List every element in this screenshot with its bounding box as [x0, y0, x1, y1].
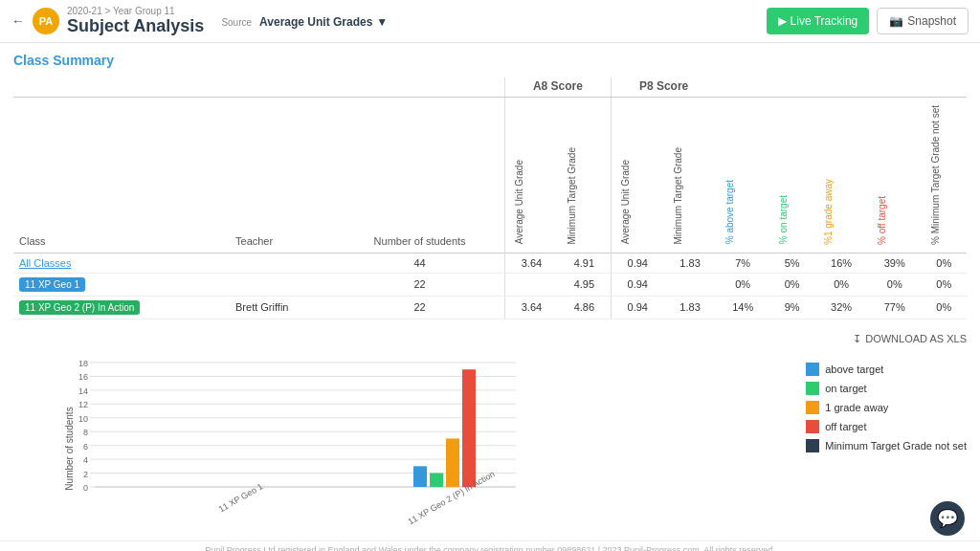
on-cell: 0%: [769, 273, 814, 296]
back-button[interactable]: ←: [11, 13, 25, 29]
class-link[interactable]: All Classes: [19, 257, 71, 269]
snapshot-icon: 📷: [889, 14, 903, 28]
svg-rect-22: [413, 466, 427, 487]
a8-min-header: Minimum Target Grade: [558, 97, 611, 253]
main-content: Class Summary A8 Score P8 Score Class Te…: [0, 43, 980, 540]
legend-label: 1 grade away: [825, 402, 888, 413]
legend-item: on target: [806, 382, 967, 395]
table-row: All Classes443.644.910.941.837%5%16%39%0…: [13, 253, 967, 273]
table-row: 11 XP Geo 2 (P) In ActionBrett Griffin22…: [13, 296, 967, 319]
a8-score-header: A8 Score: [504, 77, 611, 97]
table-body: All Classes443.644.910.941.837%5%16%39%0…: [13, 253, 967, 319]
class-tag[interactable]: 11 XP Geo 1: [19, 277, 85, 292]
p8-avg-header: Average Unit Grade: [611, 97, 663, 253]
chevron-down-icon: ▼: [376, 15, 388, 29]
teacher-cell: [230, 273, 335, 296]
chart-legend: above targeton target1 grade awayoff tar…: [806, 353, 967, 452]
live-label: Live Tracking: [791, 14, 858, 28]
svg-text:4: 4: [83, 455, 88, 465]
legend-color-box: [806, 382, 819, 395]
students-cell: 22: [335, 273, 504, 296]
students-cell: 22: [335, 296, 504, 319]
grade_away-cell: 32%: [814, 296, 868, 319]
class-tag[interactable]: 11 XP Geo 2 (P) In Action: [19, 300, 140, 315]
legend-label: on target: [825, 383, 866, 394]
snapshot-label: Snapshot: [907, 14, 956, 28]
p8_min-cell: 1.83: [664, 253, 717, 273]
grade_away-cell: 16%: [814, 253, 868, 273]
source-label: Source: [221, 17, 252, 28]
y-axis-label: Number of students: [64, 407, 75, 490]
class-cell: 11 XP Geo 2 (P) In Action: [13, 296, 230, 319]
download-button[interactable]: ↧ DOWNLOAD AS XLS: [853, 333, 967, 345]
legend-item: Minimum Target Grade not set: [806, 439, 967, 452]
legend-color-box: [806, 401, 819, 414]
class-summary-title: Class Summary: [13, 53, 967, 68]
summary-table-container: A8 Score P8 Score Class Teacher Number o…: [13, 77, 967, 320]
legend-item: 1 grade away: [806, 401, 967, 414]
class-cell: All Classes: [13, 253, 230, 273]
download-label: DOWNLOAD AS XLS: [865, 333, 967, 344]
a8_avg-cell: [504, 273, 557, 296]
stats-header: [716, 77, 967, 97]
empty-col: [13, 77, 504, 97]
header-actions: ▶ Live Tracking 📷 Snapshot: [767, 8, 969, 34]
grade_away-cell: 0%: [814, 273, 868, 296]
legend-label: off target: [825, 421, 866, 432]
off-cell: 77%: [868, 296, 922, 319]
live-tracking-button[interactable]: ▶ Live Tracking: [767, 8, 870, 34]
svg-text:16: 16: [78, 372, 88, 382]
source-value: Average Unit Grades: [259, 15, 372, 29]
download-icon: ↧: [853, 333, 861, 345]
a8_min-cell: 4.95: [558, 273, 611, 296]
svg-rect-25: [462, 369, 476, 487]
table-row: 11 XP Geo 1224.950.940%0%0%0%0%: [13, 273, 967, 296]
svg-text:14: 14: [78, 386, 88, 395]
page-title: Subject Analysis: [67, 16, 204, 36]
a8_avg-cell: 3.64: [504, 253, 557, 273]
a8-avg-header: Average Unit Grade: [504, 97, 557, 253]
above-cell: 0%: [716, 273, 769, 296]
svg-text:0: 0: [83, 483, 88, 493]
chat-bubble[interactable]: 💬: [930, 501, 965, 536]
grade-away-header: %1 grade away: [814, 97, 868, 253]
not_set-cell: 0%: [922, 253, 967, 273]
above-cell: 7%: [716, 253, 769, 273]
legend-label: above target: [825, 364, 883, 375]
footer: Pupil Progress Ltd registered in England…: [0, 540, 980, 551]
breadcrumb: 2020-21 > Year Group 11: [67, 6, 204, 16]
not-set-header: % Minimum Target Grade not set: [922, 97, 967, 253]
column-header-row: Class Teacher Number of students Average…: [13, 97, 967, 253]
chart-area: Number of students 02468101214161811 XP …: [66, 353, 787, 540]
header-left: ← PA 2020-21 > Year Group 11 Subject Ana…: [11, 6, 388, 36]
on-cell: 5%: [769, 253, 814, 273]
class-cell: 11 XP Geo 1: [13, 273, 230, 296]
p8_min-cell: 1.83: [664, 296, 717, 319]
svg-text:2: 2: [83, 469, 88, 478]
off-cell: 0%: [868, 273, 922, 296]
avatar: PA: [33, 8, 59, 34]
p8_avg-cell: 0.94: [611, 273, 663, 296]
svg-rect-24: [446, 438, 459, 487]
off-header: % off target: [868, 97, 922, 253]
live-icon: ▶: [778, 14, 787, 28]
not_set-cell: 0%: [922, 273, 967, 296]
svg-rect-23: [430, 473, 443, 486]
svg-text:18: 18: [78, 359, 88, 368]
off-cell: 39%: [868, 253, 922, 273]
p8_min-cell: [664, 273, 717, 296]
source-select[interactable]: Average Unit Grades ▼: [259, 15, 388, 29]
score-group-header-row: A8 Score P8 Score: [13, 77, 967, 97]
snapshot-button[interactable]: 📷 Snapshot: [877, 8, 969, 34]
legend-item: off target: [806, 420, 967, 433]
not_set-cell: 0%: [922, 296, 967, 319]
legend-item: above target: [806, 363, 967, 376]
chart-section: Number of students 02468101214161811 XP …: [13, 353, 967, 540]
svg-text:10: 10: [78, 413, 88, 423]
students-col-header: Number of students: [335, 97, 504, 253]
p8_avg-cell: 0.94: [611, 296, 663, 319]
teacher-col-header: Teacher: [230, 97, 335, 253]
legend-label: Minimum Target Grade not set: [825, 440, 967, 452]
a8_min-cell: 4.91: [558, 253, 611, 273]
source-row: Source Average Unit Grades ▼: [221, 15, 388, 29]
